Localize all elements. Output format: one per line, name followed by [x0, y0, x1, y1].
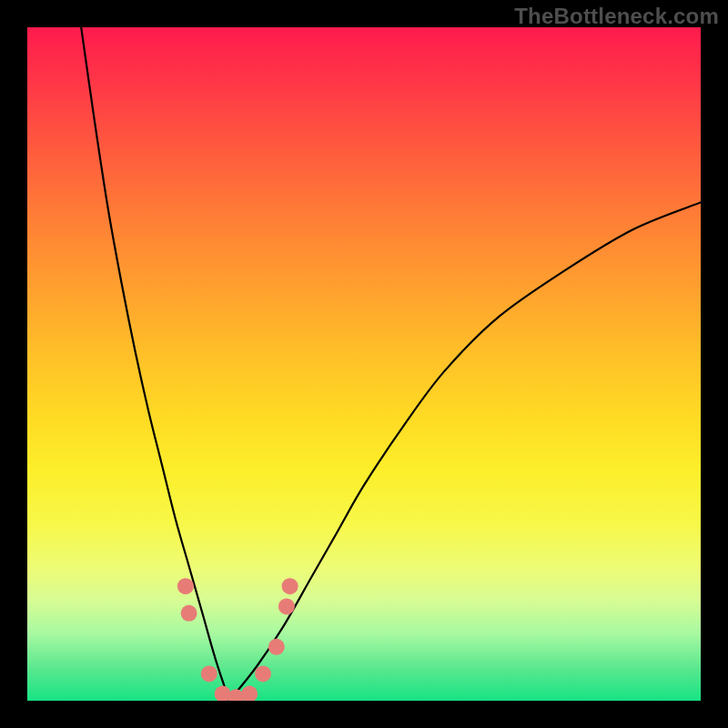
chart-frame: TheBottleneck.com	[0, 0, 728, 728]
watermark-text: TheBottleneck.com	[514, 4, 719, 29]
trough-marker	[201, 665, 217, 682]
trough-marker	[255, 665, 271, 682]
plot-area	[27, 27, 701, 701]
trough-marker	[278, 598, 295, 614]
curve-right-arm	[229, 202, 701, 701]
trough-marker	[241, 686, 258, 701]
trough-marker	[181, 605, 197, 622]
trough-marker	[177, 578, 194, 594]
curve-left-arm	[81, 27, 229, 701]
chart-svg	[27, 27, 701, 701]
trough-markers	[177, 578, 298, 701]
trough-marker	[282, 578, 298, 594]
trough-marker	[268, 639, 285, 655]
